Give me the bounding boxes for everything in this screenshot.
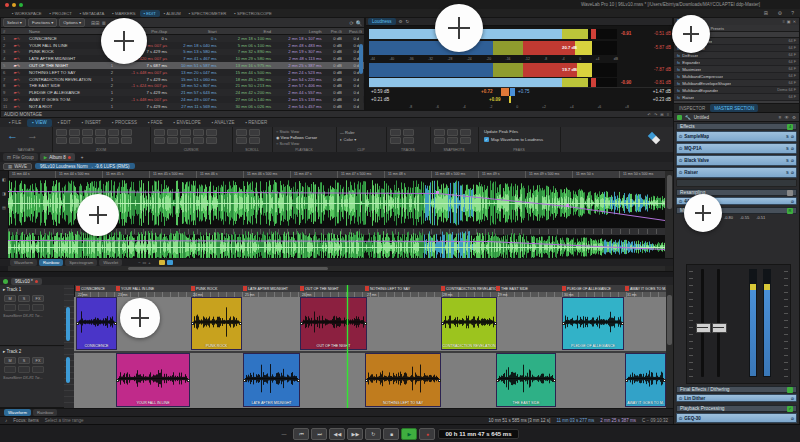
cursor-tool-icon[interactable] [167,129,178,136]
track-tool-icon[interactable] [18,366,30,373]
plugin-item[interactable]: fxDeEsser64 F [674,52,799,59]
album-toolbar-select[interactable]: Select ▾ [3,18,26,27]
montage-marker[interactable]: AWAY IT GOES TO M. [625,286,666,291]
panel-dock-icon[interactable]: ▣ [787,19,791,24]
dock-tool-icon[interactable]: ◧ [2,177,6,182]
table-row[interactable]: 9▰∿PLEDGE OF ALLEGIANCE17 s 429 ms21 mn … [1,89,364,96]
track-tool-icon[interactable] [4,304,16,311]
table-row[interactable]: 1▰∿CONSCIENCE10 s0 s2 mn 18 s 100 ms2 mn… [1,35,364,42]
ribbon-tab-process[interactable]: ▪ PROCESS [107,119,142,127]
navigate-forward-icon[interactable]: → [27,130,38,141]
plugin-item[interactable]: fxMaximizer64 F [674,66,799,73]
clip-handle-right[interactable] [297,379,300,382]
playback-option[interactable]: ◉ View Follows Cursor [276,135,317,140]
zoom-tool-icon[interactable] [56,129,67,136]
clip-handle-left[interactable] [562,322,565,325]
list-view-icon[interactable]: ≣ [101,20,105,26]
scroll-tool-icon[interactable] [249,129,260,136]
new-tab-button[interactable]: + [77,152,88,162]
table-row[interactable]: 10▰∿AWAY IT GOES TO M.2-1 s 448 ms 007 µ… [1,96,364,103]
album-scrollbar[interactable] [359,36,363,109]
transport-forward-button[interactable]: ▶▶ [347,428,363,440]
zoom-tool-icon[interactable] [82,137,93,144]
refresh-icon[interactable]: ⟳ [350,20,354,26]
zoom-tool-icon[interactable] [95,137,106,144]
track-scroll-indicator[interactable] [66,357,70,383]
zoom-tool-icon[interactable] [121,129,132,136]
clip-punk-rock[interactable]: PUNK ROCK [191,297,242,350]
transport-play-button[interactable]: ▶ [401,428,417,440]
zoom-tool-icon[interactable] [69,137,80,144]
track-tool-icon[interactable] [4,366,16,373]
cursor-tool-icon[interactable] [206,137,217,144]
snapshots-tool-icon[interactable] [460,129,471,136]
clip-handle-right[interactable] [187,379,190,382]
clip-handle-left[interactable] [243,379,246,382]
clip-your-fall-in-line[interactable]: YOUR FALL IN LINE [116,353,190,407]
clip-handle-right[interactable] [494,322,497,325]
ribbon-tab-edit[interactable]: ▪ EDIT [53,119,76,127]
track-button-s[interactable]: S [18,295,30,302]
ribbon-tab-analyze[interactable]: ▪ ANALYZE [207,119,240,127]
track-scroll-indicator[interactable] [66,307,70,341]
table-row[interactable]: 11▰∿NOT A RIOT17 s 429 ms27 mn 11 s 569 … [1,103,364,110]
slot-power-icon[interactable]: ⏻ [679,146,682,151]
wrench-icon[interactable]: 🔧 [685,115,691,120]
clip-late-after-midnight[interactable]: LATE AFTER MIDNIGHT [243,353,300,407]
close-window-icon[interactable] [5,3,9,7]
snapshots-tool-icon[interactable] [434,137,445,144]
minimize-window-icon[interactable] [12,3,16,7]
ribbon-tab-render[interactable]: ▪ RENDER [240,119,272,127]
preset-name[interactable]: Untitled [694,115,709,120]
slot-remove-icon[interactable]: ⊘ [791,146,794,151]
zoom-in-icon[interactable]: + [148,260,150,265]
clip-handle-left[interactable] [365,379,368,382]
clip-nothing-left-to-say[interactable]: NOTHING LEFT TO SAY [365,353,441,407]
grid-view-icon[interactable]: ⊞⊞ [91,20,99,26]
transport-prev-marker-button[interactable]: ⏮ [293,428,309,440]
playback-option[interactable]: ○ Static View [276,129,299,134]
album-col-Length[interactable]: Length [273,29,324,34]
slot-power-icon[interactable]: ⏻ [679,416,682,421]
track-button-s[interactable]: S [18,357,30,364]
table-row[interactable]: 6▰∿NOTHING LEFT TO SAY2-1 s 448 ms 007 µ… [1,69,364,76]
slot-solo-icon[interactable]: S [786,170,789,175]
folder-icon[interactable] [159,260,165,265]
montage-marker[interactable]: YOUR FALL IN LINE [116,286,154,291]
clip-option-color[interactable]: ◐ Color ▾ [340,137,356,142]
effect-slot[interactable]: ⏻Black ValveS⊘ [676,155,797,166]
maximize-window-icon[interactable] [19,3,23,7]
track-tool-icon[interactable] [18,304,30,311]
ribbon-tab-file[interactable]: ▪ FILE [4,119,26,127]
plugin-item[interactable]: fxMultibandEnvelopeShaper64 F [674,80,799,87]
album-col-#[interactable]: # [1,29,12,34]
clip-handle-right[interactable] [114,322,117,325]
dock-tool-icon[interactable]: ◨ [2,191,6,196]
slot-remove-icon[interactable]: ⊘ [791,396,794,401]
slot-solo-icon[interactable]: S [786,134,789,139]
cursor-tool-icon[interactable] [154,129,165,136]
cursor-tool-icon[interactable] [180,129,191,136]
track2-lane[interactable]: YOUR FALL IN LINELATE AFTER MIDNIGHTNOTH… [74,353,666,408]
tracks-tool-icon[interactable] [390,137,401,144]
tab-file-group[interactable]: ⊟File Group [3,153,38,161]
clip-handle-right[interactable] [364,322,367,325]
table-row[interactable]: 4▰∿LATE AFTER MIDNIGHT2-1 s 420 ms 007 µ… [1,55,364,62]
clip-handle-right[interactable] [621,322,624,325]
panel-menu-icon[interactable]: ≡ [667,112,669,117]
zoom-tool-icon[interactable] [95,129,106,136]
zoom-tool-icon[interactable] [108,137,119,144]
transport-rewind-button[interactable]: ◀◀ [329,428,345,440]
panel-menu-icon[interactable]: ≡ [783,19,785,24]
playback-slot[interactable]: ⏻GEQ-30⊘ [676,413,797,423]
clip-away-it-goes-to-m-[interactable]: AWAY IT GOES TO M. [625,353,666,407]
menu-tab-spectroscope[interactable]: ▪ SPECTROSCOPE [230,10,276,17]
effect-slot[interactable]: ⏻RaiserS⊘ [676,167,797,178]
zoom-tool-icon[interactable] [69,129,80,136]
wave-button[interactable]: ▦WAVE [3,163,32,170]
navigate-back-icon[interactable]: ← [7,130,18,141]
tracks-tool-icon[interactable] [403,137,414,144]
cursor-tool-icon[interactable] [154,137,165,144]
clip-handle-left[interactable] [300,322,303,325]
slot-remove-icon[interactable]: ⊘ [791,158,794,163]
